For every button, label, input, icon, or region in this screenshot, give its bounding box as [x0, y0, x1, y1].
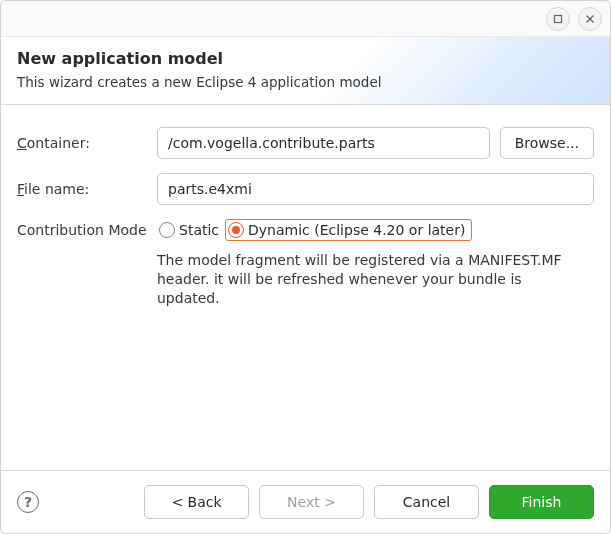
wizard-body: Container: Browse... File name: Contribu… [1, 105, 610, 470]
mode-static-radio[interactable]: Static [157, 220, 225, 240]
titlebar [1, 1, 610, 37]
wizard-footer: ? < Back Next > Cancel Finish [1, 470, 610, 533]
wizard-title: New application model [17, 49, 594, 68]
next-button: Next > [259, 485, 364, 519]
wizard-header: New application model This wizard create… [1, 37, 610, 105]
container-input[interactable] [157, 127, 490, 159]
help-icon[interactable]: ? [17, 491, 39, 513]
container-row: Container: Browse... [17, 127, 594, 159]
close-button[interactable] [578, 7, 602, 31]
mode-dynamic-label: Dynamic (Eclipse 4.20 or later) [248, 222, 465, 238]
container-label: Container: [17, 135, 147, 151]
mode-dynamic-radio[interactable]: Dynamic (Eclipse 4.20 or later) [225, 219, 472, 241]
mode-label: Contribution Mode [17, 222, 147, 238]
mode-row: Contribution Mode Static Dynamic (Eclips… [17, 219, 594, 241]
cancel-button[interactable]: Cancel [374, 485, 479, 519]
back-button[interactable]: < Back [144, 485, 249, 519]
maximize-button[interactable] [546, 7, 570, 31]
browse-button[interactable]: Browse... [500, 127, 594, 159]
mode-radio-group: Static Dynamic (Eclipse 4.20 or later) [157, 219, 472, 241]
mode-static-label: Static [179, 222, 219, 238]
wizard-dialog: New application model This wizard create… [0, 0, 611, 534]
filename-row: File name: [17, 173, 594, 205]
radio-icon [228, 222, 244, 238]
svg-rect-0 [555, 15, 562, 22]
filename-label: File name: [17, 181, 147, 197]
finish-button[interactable]: Finish [489, 485, 594, 519]
radio-icon [159, 222, 175, 238]
square-icon [553, 14, 563, 24]
wizard-subtitle: This wizard creates a new Eclipse 4 appl… [17, 74, 594, 90]
filename-input[interactable] [157, 173, 594, 205]
mode-description: The model fragment will be registered vi… [157, 251, 587, 308]
close-icon [585, 14, 595, 24]
radio-dot-icon [232, 226, 240, 234]
